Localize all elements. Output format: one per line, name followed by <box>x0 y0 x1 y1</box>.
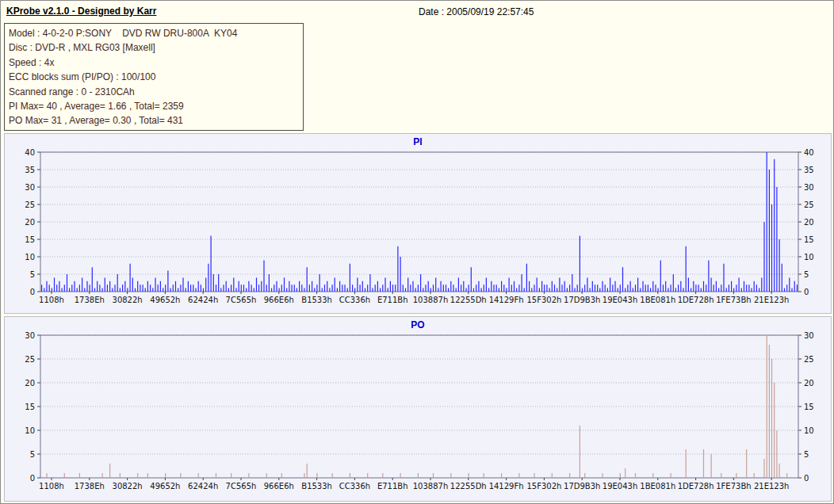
y-axis-label-right: 25 <box>804 355 814 364</box>
y-axis-label-left: 10 <box>25 253 35 262</box>
y-axis-label-right: 10 <box>804 426 814 435</box>
y-axis-label-left: 25 <box>25 355 35 364</box>
y-axis-label-right: 30 <box>804 331 814 340</box>
x-axis-label: 15F302h <box>526 482 561 491</box>
pi-chart-panel: PI 005510101515202025253030353540401108h… <box>4 133 832 314</box>
y-axis-label-right: 0 <box>804 474 809 483</box>
x-axis-label: 62424h <box>188 482 218 491</box>
y-axis-label-left: 5 <box>30 450 35 459</box>
y-axis-label-right: 25 <box>804 200 814 209</box>
x-axis-label: B1533h <box>301 482 332 491</box>
x-axis-label: 1BE081h <box>640 296 675 304</box>
x-axis-label: E711Bh <box>377 296 408 304</box>
x-axis-label: 30822h <box>113 296 143 304</box>
info-line: PI Max= 40 , Average= 1.66 , Total= 2359 <box>5 99 303 113</box>
y-axis-label-right: 20 <box>804 218 814 227</box>
x-axis-label: CC336h <box>339 296 370 304</box>
x-axis-label: 12255Dh <box>450 482 487 491</box>
x-axis-label: 103887h <box>413 296 449 304</box>
y-axis-label-left: 15 <box>25 403 35 411</box>
po-plot: 0055101015152020252530301108h1738Eh30822… <box>6 330 830 498</box>
y-axis-label-right: 10 <box>804 253 814 262</box>
y-axis-label-left: 35 <box>25 166 35 174</box>
x-axis-label: 49652h <box>150 482 180 491</box>
y-axis-label-left: 10 <box>25 426 35 435</box>
info-line: Disc : DVD-R , MXL RG03 [Maxell] <box>5 40 303 55</box>
y-axis-label-right: 15 <box>804 235 814 244</box>
info-line: Model : 4-0-2-0 P:SONY DVD RW DRU-800A K… <box>5 26 303 40</box>
x-axis-label: 1108h <box>39 482 64 491</box>
info-line: Scanned range : 0 - 2310CAh <box>5 85 303 99</box>
x-axis-label: 30822h <box>113 482 143 491</box>
x-axis-label: E711Bh <box>377 482 408 491</box>
pi-chart: 005510101515202025253030353540401108h173… <box>6 147 830 314</box>
y-axis-label-left: 30 <box>25 183 35 192</box>
kprobe-window: KProbe v2.1.0 - Designed by Karr Date : … <box>0 0 834 504</box>
x-axis-label: 62424h <box>188 296 218 304</box>
info-line: Speed : 4x <box>5 55 303 70</box>
y-axis-label-left: 15 <box>25 235 35 244</box>
x-axis-label: 966E6h <box>264 296 294 304</box>
y-axis-label-right: 5 <box>804 270 809 279</box>
po-chart-title: PO <box>5 317 831 330</box>
y-axis-label-left: 40 <box>25 148 35 157</box>
po-chart: 0055101015152020252530301108h1738Eh30822… <box>6 330 830 502</box>
x-axis-label: 19E043h <box>603 482 637 491</box>
y-axis-label-right: 35 <box>804 166 814 174</box>
x-axis-label: 1DE728h <box>678 482 714 491</box>
x-axis-label: 12255Dh <box>450 296 487 304</box>
x-axis-label: 1BE081h <box>640 482 675 491</box>
info-line: ECC blocks sum (PI/PO) : 100/100 <box>5 70 303 84</box>
pi-plot: 005510101515202025253030353540401108h173… <box>6 147 830 311</box>
y-axis-label-right: 0 <box>804 288 809 296</box>
pi-chart-title: PI <box>5 134 831 147</box>
x-axis-label: 7C565h <box>226 296 257 304</box>
x-axis-label: 21E123h <box>754 482 789 491</box>
x-axis-label: 14129Fh <box>489 482 524 491</box>
x-axis-label: 1FE73Bh <box>716 482 751 491</box>
y-axis-label-left: 0 <box>30 288 35 296</box>
x-axis-label: CC336h <box>339 482 370 491</box>
info-line: PO Max= 31 , Average= 0.30 , Total= 431 <box>5 113 303 128</box>
x-axis-label: 49652h <box>150 296 180 304</box>
scan-info-box: Model : 4-0-2-0 P:SONY DVD RW DRU-800A K… <box>4 23 304 131</box>
y-axis-label-left: 20 <box>25 218 35 227</box>
x-axis-label: 14129Fh <box>489 296 524 304</box>
x-axis-label: 17D9B3h <box>564 296 600 304</box>
x-axis-label: B1533h <box>301 296 332 304</box>
po-chart-panel: PO 0055101015152020252530301108h1738Eh30… <box>4 316 832 502</box>
x-axis-label: 966E6h <box>264 482 294 491</box>
y-axis-label-left: 5 <box>30 270 35 279</box>
scan-date: Date : 2005/09/19 22:57:45 <box>419 6 534 17</box>
x-axis-label: 7C565h <box>226 482 257 491</box>
x-axis-label: 103887h <box>413 482 449 491</box>
x-axis-label: 17D9B3h <box>564 482 600 491</box>
x-axis-label: 1738Eh <box>75 296 105 304</box>
y-axis-label-right: 15 <box>804 403 814 411</box>
x-axis-label: 21E123h <box>754 296 789 304</box>
x-axis-label: 19E043h <box>603 296 637 304</box>
y-axis-label-left: 25 <box>25 200 35 209</box>
y-axis-label-left: 20 <box>25 379 35 388</box>
x-axis-label: 1738Eh <box>75 482 105 491</box>
app-title: KProbe v2.1.0 - Designed by Karr <box>6 6 156 17</box>
y-axis-label-left: 0 <box>30 474 35 483</box>
x-axis-label: 1FE73Bh <box>716 296 751 304</box>
x-axis-label: 1DE728h <box>678 296 714 304</box>
y-axis-label-right: 40 <box>804 148 814 157</box>
x-axis-label: 15F302h <box>526 296 561 304</box>
y-axis-label-right: 30 <box>804 183 814 192</box>
y-axis-label-right: 20 <box>804 379 814 388</box>
y-axis-label-left: 30 <box>25 331 35 340</box>
x-axis-label: 1108h <box>39 296 64 304</box>
y-axis-label-right: 5 <box>804 450 809 459</box>
